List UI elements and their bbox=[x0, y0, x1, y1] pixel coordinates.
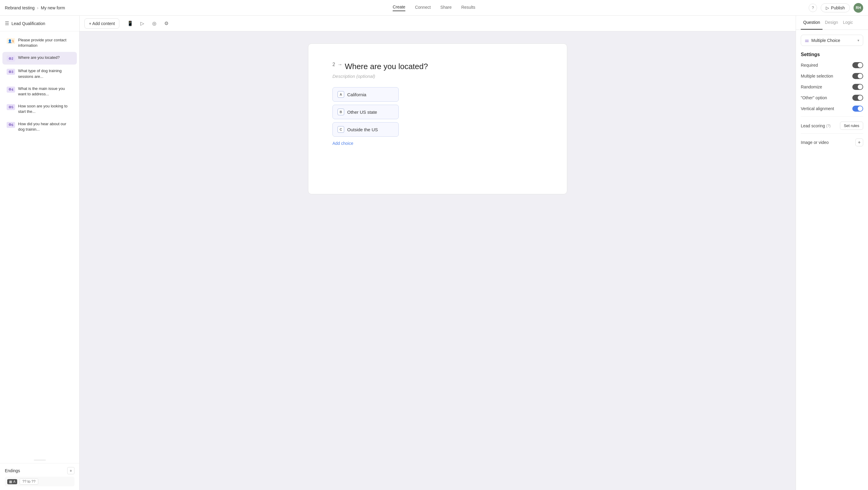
choice-option-b[interactable]: B Other US state bbox=[333, 105, 399, 119]
choice-key-a: A bbox=[338, 91, 344, 98]
setting-required: Required bbox=[801, 62, 863, 68]
endings-add-button[interactable]: + bbox=[67, 467, 74, 474]
choice-label-b: Other US state bbox=[347, 110, 377, 115]
item-4-text: What is the main issue you want to addre… bbox=[18, 86, 73, 97]
sidebar-item-3[interactable]: ⚙ 3 What type of dog training sessions a… bbox=[2, 65, 77, 82]
content-area: + Add content 📱 ▷ ◎ ⚙ 2 → Where are you … bbox=[80, 16, 796, 490]
item-4-badge: ⚙ 4 bbox=[7, 87, 15, 93]
item-2-text: Where are you located? bbox=[18, 55, 60, 60]
sidebar-item-2[interactable]: ⚙ 2 Where are you located? bbox=[2, 52, 77, 64]
list-icon: ☰ bbox=[5, 21, 9, 26]
nav-right: ? ▷ Publish RH bbox=[809, 3, 863, 13]
endings-title: Endings bbox=[5, 468, 20, 473]
sidebar-item-1[interactable]: 👤 1 Please provide your contact informat… bbox=[2, 34, 77, 51]
divider-1 bbox=[801, 116, 863, 117]
settings-title: Settings bbox=[801, 52, 863, 57]
question-number: 2 bbox=[333, 62, 335, 67]
play-icon: ▷ bbox=[826, 5, 829, 10]
required-toggle[interactable] bbox=[852, 62, 863, 68]
canvas: 2 → Where are you located? Description (… bbox=[80, 31, 796, 490]
lead-scoring-label: Lead scoring (?) bbox=[801, 123, 831, 128]
image-video-row: Image or video + bbox=[801, 139, 863, 146]
item-5-icon: ⚙ bbox=[8, 105, 11, 109]
vertical-alignment-toggle[interactable] bbox=[852, 106, 863, 112]
chevron-down-icon: ▾ bbox=[858, 38, 859, 42]
setting-randomize-label: Randomize bbox=[801, 85, 822, 89]
help-icon[interactable]: ? bbox=[809, 4, 817, 12]
item-5-num: 5 bbox=[11, 105, 13, 109]
item-3-icon: ⚙ bbox=[8, 70, 11, 74]
tab-question[interactable]: Question bbox=[801, 16, 823, 30]
avatar: RH bbox=[854, 3, 863, 13]
item-2-badge: ⚙ 2 bbox=[7, 56, 15, 62]
form-name: My new form bbox=[41, 5, 65, 10]
publish-button[interactable]: ▷ Publish bbox=[821, 3, 850, 12]
choice-option-c[interactable]: C Outside the US bbox=[333, 122, 399, 137]
setting-multiple-selection-label: Multiple selection bbox=[801, 74, 833, 79]
tab-create[interactable]: Create bbox=[393, 4, 405, 11]
multiple-choice-icon: ⚌ bbox=[805, 37, 809, 43]
item-1-badge: 👤 1 bbox=[7, 38, 15, 44]
mobile-icon[interactable]: 📱 bbox=[125, 19, 135, 28]
endings-header: Endings + bbox=[5, 467, 74, 474]
item-2-num: 2 bbox=[11, 57, 13, 60]
sidebar: ☰ Lead Qualification 👤 1 Please provide … bbox=[0, 16, 80, 490]
setting-multiple-selection: Multiple selection bbox=[801, 73, 863, 79]
multiple-selection-toggle[interactable] bbox=[852, 73, 863, 79]
item-5-text: How soon are you looking to start the... bbox=[18, 104, 73, 114]
divider-2 bbox=[801, 133, 863, 134]
item-1-text: Please provide your contact information bbox=[18, 37, 73, 48]
item-1-num: 1 bbox=[12, 39, 14, 43]
item-3-text: What type of dog training sessions are..… bbox=[18, 68, 73, 79]
setting-required-label: Required bbox=[801, 63, 818, 67]
choice-option-a[interactable]: A California bbox=[333, 87, 399, 102]
item-4-num: 4 bbox=[11, 88, 13, 91]
panel-tabs: Question Design Logic bbox=[796, 16, 868, 30]
tab-share[interactable]: Share bbox=[440, 5, 452, 11]
setting-randomize: Randomize bbox=[801, 84, 863, 90]
question-type-label: Multiple Choice bbox=[811, 38, 855, 43]
question-title[interactable]: Where are you located? bbox=[345, 62, 428, 71]
choice-key-c: C bbox=[338, 126, 344, 133]
ending-range: ?? to ?? bbox=[20, 479, 38, 485]
target-icon[interactable]: ◎ bbox=[150, 19, 159, 28]
settings-icon[interactable]: ⚙ bbox=[161, 19, 171, 28]
play-preview-icon[interactable]: ▷ bbox=[137, 19, 147, 28]
choice-label-c: Outside the US bbox=[347, 127, 378, 132]
form-card: 2 → Where are you located? Description (… bbox=[308, 44, 567, 194]
item-6-icon: ⚙ bbox=[8, 123, 11, 127]
panel-content: ⚌ Multiple Choice ▾ Settings Required Mu… bbox=[796, 30, 868, 151]
sidebar-title: Lead Qualification bbox=[11, 21, 45, 26]
sidebar-item-5[interactable]: ⚙ 5 How soon are you looking to start th… bbox=[2, 100, 77, 117]
set-rules-button[interactable]: Set rules bbox=[840, 122, 863, 130]
setting-other-option: "Other" option bbox=[801, 95, 863, 101]
lead-scoring-hint: (?) bbox=[826, 124, 831, 128]
item-6-text: How did you hear about our dog trainin..… bbox=[18, 121, 73, 132]
choice-label-a: California bbox=[347, 92, 366, 97]
item-3-badge: ⚙ 3 bbox=[7, 69, 15, 75]
tab-logic[interactable]: Logic bbox=[841, 16, 855, 30]
sidebar-item-6[interactable]: ⚙ 6 How did you hear about our dog train… bbox=[2, 118, 77, 135]
item-3-num: 3 bbox=[11, 70, 13, 74]
setting-other-option-label: "Other" option bbox=[801, 95, 827, 100]
image-video-label: Image or video bbox=[801, 140, 829, 145]
add-content-label: + Add content bbox=[89, 21, 115, 26]
add-content-button[interactable]: + Add content bbox=[84, 19, 119, 29]
main-layout: ☰ Lead Qualification 👤 1 Please provide … bbox=[0, 16, 868, 490]
ending-item[interactable]: ▦ A ?? to ?? bbox=[5, 477, 74, 486]
tab-design[interactable]: Design bbox=[823, 16, 841, 30]
add-media-button[interactable]: + bbox=[855, 139, 863, 146]
randomize-toggle[interactable] bbox=[852, 84, 863, 90]
tab-results[interactable]: Results bbox=[461, 5, 475, 11]
question-arrow: → bbox=[338, 62, 342, 67]
tab-connect[interactable]: Connect bbox=[415, 5, 431, 11]
setting-vertical-alignment-label: Vertical alignment bbox=[801, 106, 834, 111]
other-option-toggle[interactable] bbox=[852, 95, 863, 101]
question-type-dropdown[interactable]: ⚌ Multiple Choice ▾ bbox=[801, 35, 863, 46]
sidebar-header: ☰ Lead Qualification bbox=[0, 16, 79, 31]
item-6-badge: ⚙ 6 bbox=[7, 122, 15, 128]
add-choice-link[interactable]: Add choice bbox=[333, 141, 353, 146]
setting-vertical-alignment: Vertical alignment bbox=[801, 106, 863, 112]
sidebar-item-4[interactable]: ⚙ 4 What is the main issue you want to a… bbox=[2, 83, 77, 100]
question-description[interactable]: Description (optional) bbox=[333, 74, 543, 79]
